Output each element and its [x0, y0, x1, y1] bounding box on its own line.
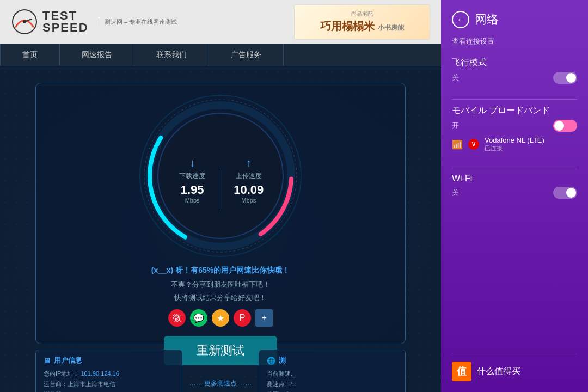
user-info-icon: 🖥	[44, 357, 51, 365]
wechat-share-button[interactable]: 💬	[190, 309, 207, 327]
ad-sub-text: 小书房能	[378, 24, 404, 32]
ad-main: 巧用榻榻米 小书房能	[320, 19, 404, 34]
nav-item-ad[interactable]: 广告服务	[209, 44, 284, 66]
mobile-broadband-status: 开	[452, 121, 459, 131]
pinterest-share-button[interactable]: P	[234, 309, 251, 327]
ad-main-text: 巧用榻榻米	[320, 20, 375, 32]
upload-value: 10.09	[234, 183, 264, 197]
result-text: (x__x) 呀！有65%的用户网速比你快哦！ 不爽？分享到朋友圈吐槽下吧！ 快…	[151, 266, 290, 309]
gauge-inner: ↓ 下载速度 1.95 Mbps ↑ 上传速度 10.09 Mbps	[166, 140, 275, 211]
right-panel: ← 网络 查看连接设置 飞行模式 关 モバイル ブロードバンド 开 📶 V Vo	[441, 0, 588, 392]
svg-point-1	[23, 20, 26, 23]
airplane-mode-section: 飞行模式 关	[452, 57, 577, 84]
star-share-button[interactable]: ★	[212, 309, 229, 327]
upload-unit: Mbps	[241, 197, 256, 204]
info-panels: 🖥 用户信息 您的IP地址： 101.90.124.16 运营商：上海市上海市电…	[35, 350, 406, 392]
user-info-label: 用户信息	[54, 356, 82, 365]
isp-row: 运营商：上海市上海市电信	[44, 380, 174, 388]
logo-area: TEST SPEED 测速网 – 专业在线网速测试	[11, 8, 177, 35]
nav-item-report[interactable]: 网速报告	[60, 44, 134, 66]
logo-speed: SPEED	[42, 22, 89, 34]
speed-test-container: ↓ 下载速度 1.95 Mbps ↑ 上传速度 10.09 Mbps	[35, 83, 406, 344]
bottom-label: 什么值得买	[477, 366, 520, 377]
wifi-label: Wi-Fi	[452, 174, 577, 183]
header: TEST SPEED 测速网 – 专业在线网速测试 尚品宅配 巧用榻榻米 小书房…	[0, 0, 441, 44]
wifi-toggle[interactable]	[553, 187, 577, 199]
panel-header: ← 网络	[452, 11, 577, 28]
upload-icon: ↑	[246, 157, 252, 169]
gauge-section: ↓ 下载速度 1.95 Mbps ↑ 上传速度 10.09 Mbps	[133, 94, 308, 365]
logo-icon	[11, 8, 38, 35]
download-label: 下载速度	[179, 171, 205, 181]
divider1	[452, 99, 577, 100]
download-value: 1.95	[181, 183, 204, 197]
vodafone-item[interactable]: 📶 V Vodafone NL (LTE) 已连接	[452, 136, 577, 152]
result-line1: (x__x) 呀！有65%的用户网速比你快哦！	[151, 266, 290, 275]
upload-label: 上传速度	[236, 171, 262, 181]
logo-subtitle: 测速网 – 专业在线网速测试	[99, 18, 177, 26]
current-measure: 当前测速...	[267, 370, 397, 378]
logo-text: TEST SPEED	[42, 10, 89, 34]
result-percent: 65%	[198, 266, 213, 274]
user-info-panel: 🖥 用户信息 您的IP地址： 101.90.124.16 运营商：上海市上海市电…	[35, 350, 182, 392]
signal-icon: 📶	[452, 139, 463, 150]
airplane-toggle-thumb	[566, 73, 576, 83]
wifi-status: 关	[452, 188, 459, 198]
wifi-row: 关	[452, 187, 577, 199]
ad-banner[interactable]: 尚品宅配 巧用榻榻米 小书房能	[294, 4, 430, 40]
result-line2: 不爽？分享到朋友圈吐槽下吧！	[151, 280, 290, 290]
gauge-container: ↓ 下载速度 1.95 Mbps ↑ 上传速度 10.09 Mbps	[133, 89, 308, 263]
main-area: TEST SPEED 测速网 – 专业在线网速测试 尚品宅配 巧用榻榻米 小书房…	[0, 0, 441, 392]
ip-row: 您的IP地址： 101.90.124.16	[44, 370, 174, 378]
panel-title: 网络	[475, 11, 499, 28]
social-icons: 微 💬 ★ P +	[168, 309, 273, 327]
wifi-toggle-thumb	[566, 188, 576, 198]
more-points[interactable]: …… 更多测速点 ……	[188, 350, 253, 392]
ad-top: 尚品宅配	[351, 10, 373, 18]
airplane-mode-row: 关	[452, 72, 577, 84]
result-line1-pre: (x__x) 呀！有	[151, 266, 198, 274]
vodafone-info: Vodafone NL (LTE) 已连接	[485, 136, 544, 152]
airplane-mode-status: 关	[452, 73, 459, 83]
mobile-toggle-thumb	[554, 121, 564, 131]
mobile-broadband-row: 开	[452, 120, 577, 132]
panel-subtitle[interactable]: 查看连接设置	[452, 36, 577, 46]
ip-label: 您的IP地址：	[44, 370, 79, 377]
airplane-mode-toggle[interactable]	[553, 72, 577, 84]
nav-item-contact[interactable]: 联系我们	[134, 44, 209, 66]
nav-item-home[interactable]: 首页	[0, 44, 60, 66]
vodafone-name: Vodafone NL (LTE)	[485, 136, 544, 144]
back-button[interactable]: ←	[452, 11, 469, 28]
mobile-broadband-section: モバイル ブロードバンド 开 📶 V Vodafone NL (LTE) 已连接	[452, 105, 577, 152]
measure-info-label: 测	[279, 356, 286, 365]
weibo-share-button[interactable]: 微	[168, 309, 186, 327]
bottom-logo: 值	[452, 362, 471, 381]
download-icon: ↓	[189, 157, 195, 169]
user-info-title: 🖥 用户信息	[44, 356, 174, 365]
back-icon: ←	[457, 15, 464, 24]
measure-info-title: 🌐 测	[267, 356, 397, 365]
mobile-broadband-toggle[interactable]	[553, 120, 577, 132]
speed-divider	[220, 168, 220, 211]
measure-info-panel: 🌐 测 当前测速... 测速点 IP： 位置：中... 赞助商：分...	[259, 350, 406, 392]
bottom-bar: 值 什么值得买	[452, 353, 577, 381]
download-unit: Mbps	[185, 197, 200, 204]
divider2	[452, 168, 577, 168]
airplane-mode-label: 飞行模式	[452, 57, 577, 69]
vodafone-status: 已连接	[485, 144, 544, 152]
more-points-text: …… 更多测速点 ……	[189, 379, 252, 388]
upload-col: ↑ 上传速度 10.09 Mbps	[224, 157, 273, 204]
mobile-broadband-label: モバイル ブロードバンド	[452, 105, 577, 117]
ip-value[interactable]: 101.90.124.16	[81, 370, 119, 377]
measure-ip: 测速点 IP：	[267, 380, 397, 388]
content-area: ↓ 下载速度 1.95 Mbps ↑ 上传速度 10.09 Mbps	[0, 66, 441, 392]
result-line3: 快将测试结果分享给好友吧！	[151, 293, 290, 303]
logo-test: TEST	[42, 10, 89, 22]
vodafone-logo: V	[468, 139, 479, 150]
nav-bar: 首页 网速报告 联系我们 广告服务	[0, 44, 441, 66]
wifi-section: Wi-Fi 关	[452, 174, 577, 199]
bottom-logo-text: 值	[457, 365, 467, 378]
more-share-button[interactable]: +	[255, 309, 273, 327]
result-line1-post: 的用户网速比你快哦！	[213, 266, 290, 274]
measure-info-icon: 🌐	[267, 357, 275, 365]
